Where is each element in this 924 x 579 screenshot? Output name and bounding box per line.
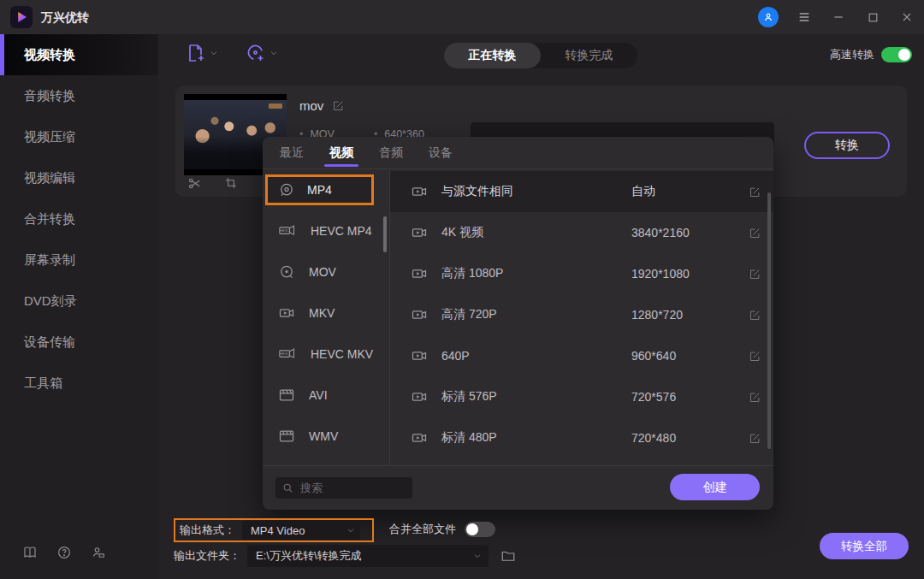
output-folder-label: 输出文件夹： bbox=[174, 548, 240, 564]
format-option-mp4[interactable]: MP4 bbox=[265, 174, 374, 205]
sidebar-item-label: 视频转换 bbox=[24, 47, 75, 63]
resolution-option-480p[interactable]: 标清 480P720*480 bbox=[390, 417, 773, 458]
sidebar-item-label: 音频转换 bbox=[24, 88, 75, 104]
edit-icon[interactable] bbox=[749, 309, 761, 322]
open-folder-icon[interactable] bbox=[500, 548, 516, 564]
format-search bbox=[275, 477, 412, 499]
sidebar-item-audio-convert[interactable]: 音频转换 bbox=[0, 75, 158, 116]
resolution-name: 标清 576P bbox=[441, 389, 497, 405]
edit-icon[interactable] bbox=[749, 391, 761, 404]
minimize-icon[interactable] bbox=[830, 9, 847, 26]
app-window: 万兴优转 视频转换音频转换视频压缩视频编辑 bbox=[0, 0, 924, 579]
resolution-option-720p[interactable]: 高清 720P1280*720 bbox=[390, 294, 773, 335]
merge-all-label: 合并全部文件 bbox=[389, 522, 456, 537]
format-list-scrollbar[interactable] bbox=[383, 216, 387, 252]
create-button[interactable]: 创建 bbox=[670, 474, 760, 500]
add-file-button[interactable] bbox=[186, 43, 218, 63]
sidebar-item-merge-convert[interactable]: 合并转换 bbox=[0, 198, 158, 239]
format-option-hevc-mp4[interactable]: HEVCHEVC MP4 bbox=[263, 210, 389, 251]
resolution-value: 1920*1080 bbox=[631, 267, 690, 281]
crop-icon[interactable] bbox=[224, 176, 238, 191]
sidebar-item-screen-record[interactable]: 屏幕录制 bbox=[0, 239, 158, 281]
contact-icon[interactable] bbox=[91, 545, 106, 560]
merge-all-toggle[interactable] bbox=[465, 522, 495, 537]
format-option-mkv[interactable]: MKV bbox=[263, 292, 389, 334]
output-folder-select[interactable]: E:\万兴优转\转换完成 bbox=[247, 545, 489, 567]
camera-icon bbox=[411, 183, 428, 200]
resolution-name: 标清 480P bbox=[441, 430, 497, 446]
add-disc-button[interactable] bbox=[246, 43, 278, 63]
edit-icon[interactable] bbox=[749, 350, 761, 363]
format-option-label: MKV bbox=[309, 306, 335, 320]
output-format-select[interactable]: MP4 Video bbox=[242, 521, 360, 540]
popup-tab-device[interactable]: 设备 bbox=[429, 137, 453, 169]
edit-icon[interactable] bbox=[749, 268, 761, 281]
resolution-value: 720*576 bbox=[631, 390, 676, 404]
format-option-label: MP4 bbox=[307, 183, 332, 197]
format-option-hevc-mkv[interactable]: HEVCHEVC MKV bbox=[263, 334, 389, 375]
hevc-icon: HEVC bbox=[278, 222, 297, 239]
sidebar-item-device-transfer[interactable]: 设备传输 bbox=[0, 322, 158, 363]
format-option-wmv[interactable]: WMV bbox=[263, 416, 389, 457]
format-option-avi[interactable]: AVI bbox=[263, 375, 389, 416]
sidebar-item-label: 屏幕录制 bbox=[24, 252, 75, 269]
sidebar-item-label: 工具箱 bbox=[24, 375, 62, 392]
help-icon[interactable] bbox=[56, 545, 72, 560]
sidebar-item-toolbox[interactable]: 工具箱 bbox=[0, 363, 158, 404]
disc-icon bbox=[278, 181, 295, 198]
edit-icon[interactable] bbox=[749, 432, 761, 445]
output-folder-value: E:\万兴优转\转换完成 bbox=[256, 548, 362, 564]
rename-edit-icon[interactable] bbox=[332, 99, 345, 112]
resolution-option-640p[interactable]: 640P960*640 bbox=[390, 335, 773, 376]
svg-text:HEVC: HEVC bbox=[280, 352, 289, 356]
book-icon[interactable] bbox=[22, 545, 38, 560]
format-option-label: WMV bbox=[309, 429, 338, 443]
convert-button[interactable]: 转换 bbox=[804, 132, 890, 159]
format-list: MP4HEVCHEVC MP4MOVMKVHEVCHEVC MKVAVIWMV bbox=[263, 171, 389, 465]
user-avatar[interactable] bbox=[758, 7, 779, 27]
search-input[interactable] bbox=[300, 482, 394, 494]
popup-tab-video[interactable]: 视频 bbox=[329, 137, 353, 169]
popup-tab-recent[interactable]: 最近 bbox=[280, 137, 304, 169]
edit-icon[interactable] bbox=[749, 186, 761, 198]
menu-icon[interactable] bbox=[796, 9, 813, 26]
resolution-name: 4K 视频 bbox=[441, 225, 483, 240]
sidebar-item-video-edit[interactable]: 视频编辑 bbox=[0, 157, 158, 198]
tab-finished[interactable]: 转换完成 bbox=[541, 43, 637, 68]
sidebar: 视频转换音频转换视频压缩视频编辑合并转换屏幕录制DVD刻录设备传输工具箱 bbox=[0, 34, 158, 579]
thumbnail-watermark bbox=[269, 103, 282, 109]
camera-icon bbox=[411, 306, 428, 323]
resolution-list-scrollbar[interactable] bbox=[767, 192, 771, 449]
convert-all-button[interactable]: 转换全部 bbox=[820, 533, 909, 559]
resolution-option-4k[interactable]: 4K 视频3840*2160 bbox=[390, 212, 773, 253]
sidebar-item-label: 视频编辑 bbox=[24, 170, 75, 186]
camera-icon bbox=[411, 224, 428, 241]
fast-convert-label: 高速转换 bbox=[830, 47, 874, 62]
format-option-mov[interactable]: MOV bbox=[263, 251, 389, 292]
disc-dot-icon bbox=[278, 263, 295, 281]
format-option-label: HEVC MKV bbox=[311, 347, 373, 361]
format-popup-tabs: 最近视频音频设备 bbox=[263, 137, 773, 169]
toolbar: 正在转换转换完成 高速转换 bbox=[158, 34, 924, 77]
sidebar-item-video-convert[interactable]: 视频转换 bbox=[0, 34, 158, 75]
resolution-value: 720*480 bbox=[631, 431, 676, 445]
tab-converting[interactable]: 正在转换 bbox=[444, 43, 541, 68]
camera-icon bbox=[411, 429, 428, 446]
resolution-value: 960*640 bbox=[631, 349, 676, 363]
app-logo-icon bbox=[10, 6, 33, 28]
resolution-name: 与源文件相同 bbox=[441, 184, 513, 199]
close-icon[interactable] bbox=[898, 9, 915, 26]
fast-convert-toggle[interactable] bbox=[881, 47, 912, 62]
trim-scissors-icon[interactable] bbox=[187, 176, 202, 191]
resolution-option-1080p[interactable]: 高清 1080P1920*1080 bbox=[390, 253, 773, 294]
search-icon bbox=[282, 482, 293, 493]
popup-tab-audio[interactable]: 音频 bbox=[379, 137, 403, 169]
format-option-label: AVI bbox=[309, 388, 328, 402]
resolution-name: 640P bbox=[441, 349, 470, 363]
sidebar-item-dvd-burn[interactable]: DVD刻录 bbox=[0, 281, 158, 322]
resolution-option-same-as-source[interactable]: 与源文件相同自动 bbox=[390, 171, 773, 212]
maximize-icon[interactable] bbox=[864, 9, 881, 26]
resolution-option-576p[interactable]: 标清 576P720*576 bbox=[390, 376, 773, 417]
sidebar-item-video-compress[interactable]: 视频压缩 bbox=[0, 116, 158, 157]
edit-icon[interactable] bbox=[749, 227, 761, 239]
